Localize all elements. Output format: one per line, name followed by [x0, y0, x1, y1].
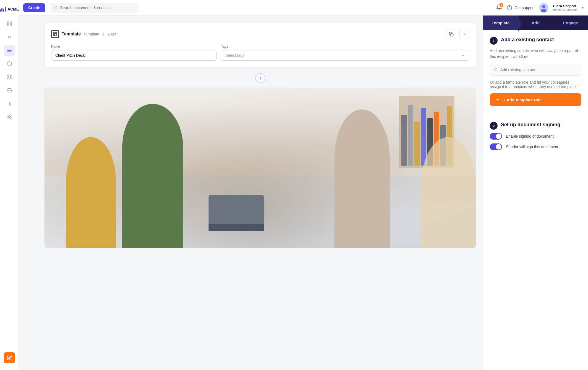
name-field-group: Name	[51, 45, 217, 61]
svg-point-28	[495, 68, 497, 71]
svg-marker-7	[7, 75, 12, 77]
sidebar-item-layers[interactable]	[4, 71, 15, 83]
svg-point-12	[54, 6, 57, 9]
tags-placeholder: Select tags	[225, 53, 244, 58]
create-button[interactable]: Create	[23, 3, 45, 12]
template-title-row: Template Template ID : 2829	[51, 30, 116, 38]
step2-section: 2 Set up document signing Enable signing…	[490, 122, 581, 150]
tags-label: Tags	[221, 45, 469, 48]
sidebar-item-templates[interactable]	[4, 32, 15, 43]
add-block-button[interactable]	[255, 73, 265, 83]
step1-section: 1 Add a existing contact Add an existing…	[490, 37, 581, 106]
add-template-role-label: + Add template role	[503, 97, 542, 102]
edit-fab-button[interactable]	[4, 352, 15, 363]
meeting-scene	[45, 88, 476, 248]
step1-title: Add a existing contact	[501, 37, 554, 43]
topbar: Create 1 Get support Clara Seaport Acme …	[19, 0, 588, 16]
person-3	[334, 109, 390, 248]
svg-point-25	[466, 34, 466, 34]
svg-rect-0	[7, 22, 9, 24]
template-icon	[51, 30, 59, 38]
topbar-right: 1 Get support Clara Seaport Acme Corpora…	[496, 3, 584, 12]
template-fields: Name Tags Select tags	[51, 45, 469, 61]
avatar	[539, 3, 548, 12]
sender-sign-label: Sender will sign this document	[506, 145, 558, 149]
more-options-button[interactable]	[459, 29, 469, 39]
support-label: Get support	[514, 6, 535, 10]
app-name: ACME	[7, 7, 19, 11]
svg-rect-19	[53, 32, 57, 36]
step2-title: Set up document signing	[501, 122, 560, 128]
person-2	[122, 104, 183, 248]
name-label: Name	[51, 45, 217, 48]
center-content: Template Template ID : 2829 Name	[38, 16, 483, 370]
svg-rect-2	[10, 24, 11, 26]
svg-rect-22	[451, 34, 453, 36]
chevron-down-icon	[461, 53, 465, 58]
user-company: Acme Corporation	[553, 8, 577, 11]
step1-description: Add an existing contact who will always …	[490, 48, 581, 60]
toggle-row-2: Sender will sign this document	[490, 143, 581, 150]
svg-rect-1	[10, 22, 11, 24]
notification-badge: 1	[499, 3, 503, 7]
search-contact-icon	[494, 68, 498, 72]
laptop	[209, 195, 264, 231]
template-label: Template	[62, 32, 81, 37]
document-image	[44, 88, 476, 248]
person-4	[421, 137, 476, 248]
svg-line-29	[497, 71, 498, 71]
search-input[interactable]	[60, 6, 134, 10]
template-actions	[446, 29, 469, 39]
enable-signing-toggle[interactable]	[490, 133, 502, 140]
svg-point-24	[464, 34, 465, 34]
sender-sign-toggle[interactable]	[490, 143, 502, 150]
add-existing-contact-input[interactable]	[500, 68, 577, 72]
notification-button[interactable]: 1	[496, 4, 502, 11]
toggle-row-1: Enable signing of document	[490, 133, 581, 140]
tab-add[interactable]: Add	[518, 16, 553, 30]
support-icon	[507, 5, 512, 11]
add-template-role-button[interactable]: + Add template role	[490, 93, 581, 106]
template-id: Template ID : 2829	[84, 32, 116, 36]
right-panel: Template Add Engage 1 Add a existing con…	[483, 16, 588, 370]
sidebar: ACME	[0, 0, 19, 370]
laptop-screen	[209, 195, 264, 224]
tab-template[interactable]: Template	[483, 16, 518, 30]
svg-point-23	[463, 34, 463, 34]
laptop-base	[209, 224, 264, 231]
step1-header: 1 Add a existing contact	[490, 37, 581, 45]
template-card: Template Template ID : 2829 Name	[44, 22, 476, 68]
app-logo: ACME	[0, 4, 21, 14]
sidebar-item-inbox[interactable]	[4, 85, 15, 96]
panel-content: 1 Add a existing contact Add an existing…	[483, 30, 588, 370]
svg-point-17	[542, 5, 545, 8]
user-info: Clara Seaport Acme Corporation	[553, 4, 577, 11]
sidebar-item-packages[interactable]	[4, 58, 15, 69]
logo-icon	[0, 7, 6, 12]
search-icon	[54, 6, 58, 10]
person-1	[66, 137, 116, 248]
enable-signing-label: Enable signing of document	[506, 134, 554, 138]
user-name: Clara Seaport	[553, 4, 577, 8]
sidebar-item-contacts[interactable]	[4, 111, 15, 122]
tags-select[interactable]: Select tags	[221, 50, 469, 61]
user-menu-chevron[interactable]: ▾	[582, 6, 584, 10]
step1-number: 1	[490, 37, 498, 45]
tab-engage[interactable]: Engage	[553, 16, 588, 30]
plus-icon	[495, 97, 500, 102]
name-input[interactable]	[51, 50, 217, 61]
svg-line-13	[57, 8, 58, 9]
section-divider	[490, 115, 581, 115]
search-contact-bar[interactable]	[490, 64, 581, 76]
step2-number: 2	[490, 122, 498, 130]
sidebar-item-documents[interactable]	[4, 45, 15, 56]
step2-header: 2 Set up document signing	[490, 122, 581, 130]
svg-point-11	[8, 115, 10, 117]
step1-or-text: Or add a template role and let your coll…	[490, 80, 581, 89]
search-bar[interactable]	[50, 3, 138, 12]
copy-icon-button[interactable]	[446, 29, 456, 39]
sidebar-item-analytics[interactable]	[4, 98, 15, 109]
support-button[interactable]: Get support	[507, 5, 535, 11]
sidebar-item-dashboard[interactable]	[4, 18, 15, 29]
tags-field-group: Tags Select tags	[221, 45, 469, 61]
